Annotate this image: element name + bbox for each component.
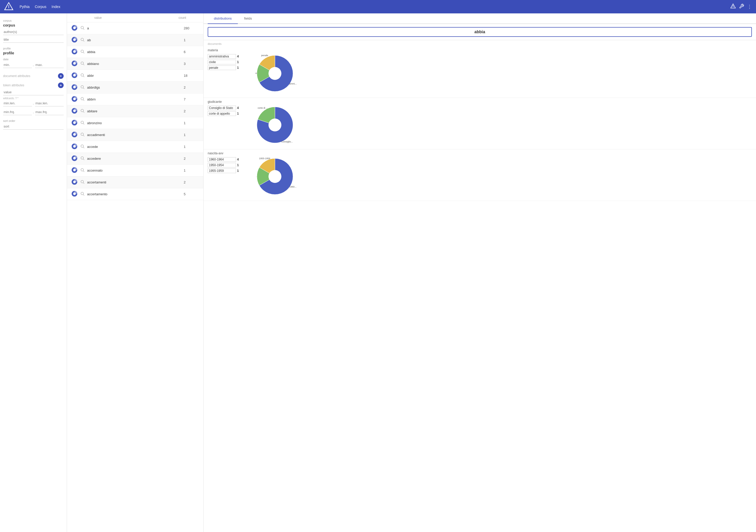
legend-item: 1955-19591 bbox=[208, 169, 252, 173]
search-icon[interactable] bbox=[80, 38, 85, 42]
legend-count: 1 bbox=[237, 163, 239, 167]
pie-icon[interactable] bbox=[71, 190, 78, 198]
col-count-header: count bbox=[178, 16, 199, 19]
result-count: 1 bbox=[184, 133, 199, 137]
result-count: 18 bbox=[184, 74, 199, 78]
nav-pythia[interactable]: Pythia bbox=[19, 5, 30, 9]
table-row: abbrdlgs2 bbox=[67, 82, 203, 93]
search-icon[interactable] bbox=[80, 97, 85, 102]
svg-point-71 bbox=[268, 170, 282, 183]
max-len-input[interactable] bbox=[35, 100, 64, 106]
pie-icon[interactable] bbox=[71, 60, 78, 67]
sort-input[interactable] bbox=[3, 123, 64, 130]
svg-text:19...: 19... bbox=[256, 175, 256, 177]
result-count: 2 bbox=[184, 157, 199, 161]
wrench-icon[interactable] bbox=[739, 4, 744, 10]
search-icon[interactable] bbox=[80, 156, 85, 161]
max-frq-input[interactable] bbox=[35, 109, 64, 115]
nav-index[interactable]: Index bbox=[52, 5, 60, 9]
legend-key: 1955-1959 bbox=[208, 169, 236, 173]
add-doc-attribute-button[interactable]: + bbox=[58, 73, 64, 79]
legend-item: corte di appello1 bbox=[208, 111, 252, 116]
authors-input[interactable] bbox=[3, 29, 64, 35]
pie-icon[interactable] bbox=[71, 95, 78, 103]
svg-point-37 bbox=[73, 121, 76, 124]
svg-line-15 bbox=[83, 52, 84, 53]
table-row: accennato1 bbox=[67, 165, 203, 176]
pie-icon[interactable] bbox=[71, 36, 78, 44]
table-row: ab1 bbox=[67, 34, 203, 46]
date-max-input[interactable] bbox=[35, 62, 64, 68]
search-icon[interactable] bbox=[80, 180, 85, 185]
table-row: accertamento5 bbox=[67, 188, 203, 200]
chart-title: materia bbox=[208, 48, 752, 52]
pie-icon[interactable] bbox=[71, 167, 78, 174]
pie-icon[interactable] bbox=[71, 24, 78, 32]
legend-key: 1950-1954 bbox=[208, 163, 236, 168]
date-min-input[interactable] bbox=[3, 62, 32, 68]
menu-icon[interactable]: ⋮ bbox=[747, 4, 752, 10]
result-value: accertamento bbox=[87, 192, 182, 196]
search-icon[interactable] bbox=[80, 168, 85, 173]
svg-point-17 bbox=[73, 62, 76, 65]
pie-chart: 1960...19...1955-1959 bbox=[256, 157, 299, 197]
svg-point-6 bbox=[81, 26, 84, 29]
svg-point-18 bbox=[81, 62, 84, 65]
main-nav: Pythia Corpus Index bbox=[19, 5, 60, 9]
profile-title: profile bbox=[3, 51, 64, 55]
pie-icon[interactable] bbox=[71, 72, 78, 79]
min-frq-input[interactable] bbox=[3, 109, 32, 115]
tab-fields[interactable]: fields bbox=[238, 13, 258, 24]
date-range: - bbox=[3, 62, 64, 69]
svg-point-68 bbox=[268, 119, 282, 131]
search-icon[interactable] bbox=[80, 49, 85, 54]
legend-count: 1 bbox=[237, 112, 239, 116]
svg-point-13 bbox=[73, 50, 76, 53]
result-count: 1 bbox=[184, 121, 199, 125]
chart-legend: 1960-196441950-195411955-19591 bbox=[208, 157, 252, 173]
legend-item: Consiglio di Stato4 bbox=[208, 106, 252, 110]
legend-key: penale bbox=[208, 66, 236, 70]
search-icon[interactable] bbox=[80, 73, 85, 78]
result-count: 1 bbox=[184, 169, 199, 173]
tab-distributions[interactable]: distributions bbox=[208, 13, 238, 24]
search-icon[interactable] bbox=[80, 192, 85, 197]
pie-icon[interactable] bbox=[71, 107, 78, 115]
nav-corpus[interactable]: Corpus bbox=[35, 5, 46, 9]
chart-legend: amministrativa4civile1penale1 bbox=[208, 54, 252, 70]
search-icon[interactable] bbox=[80, 85, 85, 90]
table-row: a280 bbox=[67, 22, 203, 34]
pie-icon[interactable] bbox=[71, 178, 78, 186]
legend-count: 1 bbox=[237, 66, 239, 69]
search-icon[interactable] bbox=[80, 132, 85, 137]
svg-text:civile: civile bbox=[256, 72, 257, 74]
tabs: distributions fields bbox=[203, 13, 756, 24]
pie-icon[interactable] bbox=[71, 84, 78, 91]
svg-line-55 bbox=[83, 171, 84, 172]
legend-count: 1 bbox=[237, 60, 239, 64]
title-input[interactable] bbox=[3, 37, 64, 43]
pie-icon[interactable] bbox=[71, 143, 78, 150]
legend-key: Consiglio di Stato bbox=[208, 106, 236, 110]
chart-legend: Consiglio di Stato4corte di appello1 bbox=[208, 106, 252, 116]
table-row: abitare2 bbox=[67, 105, 203, 117]
table-row: accede1 bbox=[67, 141, 203, 153]
value-input[interactable] bbox=[3, 89, 64, 95]
search-icon[interactable] bbox=[80, 120, 85, 125]
doc-attributes-row: document attributes + bbox=[3, 73, 64, 79]
pie-icon[interactable] bbox=[71, 155, 78, 162]
add-token-attribute-button[interactable]: + bbox=[58, 82, 64, 88]
search-icon[interactable] bbox=[80, 109, 85, 114]
logo-icon-right bbox=[730, 3, 736, 10]
svg-point-30 bbox=[81, 97, 84, 100]
min-len-input[interactable] bbox=[3, 100, 32, 106]
search-icon[interactable] bbox=[80, 144, 85, 149]
search-icon[interactable] bbox=[80, 61, 85, 66]
pie-icon[interactable] bbox=[71, 48, 78, 56]
search-box[interactable] bbox=[208, 27, 752, 37]
result-count: 2 bbox=[184, 86, 199, 90]
pie-icon[interactable] bbox=[71, 119, 78, 127]
search-icon[interactable] bbox=[80, 26, 85, 31]
pie-icon[interactable] bbox=[71, 131, 78, 139]
result-count: 7 bbox=[184, 97, 199, 101]
